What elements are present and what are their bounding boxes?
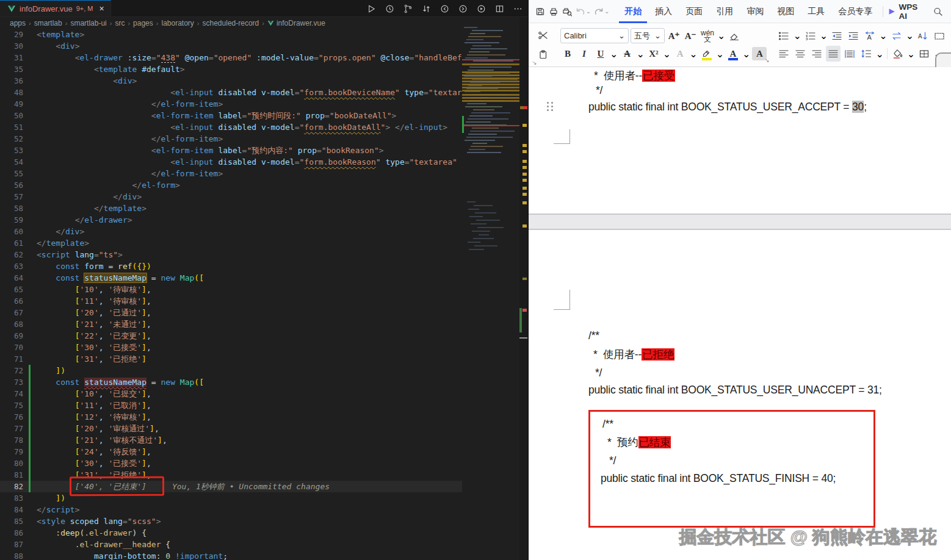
code-line[interactable]: 48 <el-input disabled v-model="form.book… (0, 87, 462, 98)
font-color-caret[interactable]: ⌄ (742, 48, 750, 60)
increase-indent-button[interactable] (846, 28, 861, 44)
code-line[interactable]: 56 </el-form> (0, 179, 462, 191)
print-preview-button[interactable] (560, 4, 574, 20)
pinyin-guide-button[interactable]: wén文 (700, 28, 715, 44)
minimap[interactable] (462, 24, 519, 560)
run-or-debug-icon[interactable] (476, 4, 486, 14)
highlight-caret[interactable]: ⌄ (716, 48, 724, 60)
text-effects-caret[interactable]: ⌄ (689, 48, 697, 60)
distribute-button[interactable] (842, 46, 857, 62)
code-line[interactable]: 87 .el-drawer__header { (0, 539, 462, 550)
ribbon-tab-审阅[interactable]: 审阅 (741, 0, 769, 23)
line-spacing-button[interactable] (859, 46, 873, 62)
code-line[interactable]: 70 ['30', '已接受'], (0, 342, 462, 353)
code-line[interactable]: 84</script> (0, 504, 462, 515)
document-page[interactable]: * 使用者--已接受 */ public static final int BO… (529, 67, 951, 560)
code-line[interactable]: 55 </el-form-item> (0, 168, 462, 179)
print-button[interactable] (547, 4, 560, 20)
code-line[interactable]: 58 </template> (0, 203, 462, 214)
underline-caret[interactable]: ⌄ (610, 48, 618, 60)
breadcrumb-item[interactable]: pages (133, 19, 153, 27)
decrease-indent-button[interactable] (830, 28, 844, 44)
code-line[interactable]: 71 ['31', '已拒绝'] (0, 353, 462, 365)
code-line[interactable]: 67 ['20', '已通过'], (0, 307, 462, 318)
code-line[interactable]: 78 ['21', '审核不通过'], (0, 434, 462, 446)
code-line[interactable]: 50 <el-form-item label="预约时间段:" prop="bo… (0, 110, 462, 121)
code-line[interactable]: 65 ['10', '待审核'], (0, 284, 462, 295)
code-line[interactable]: 53 <el-form-item label="预约内容:" prop="boo… (0, 145, 462, 156)
breadcrumb-item[interactable]: laboratory (161, 19, 193, 27)
git-graph-icon[interactable] (403, 4, 413, 14)
code-line[interactable]: 54 <el-input disabled v-model="form.book… (0, 156, 462, 168)
code-line[interactable]: 72 ]) (0, 365, 462, 376)
code-line[interactable]: 76 ['12', '待审核'], (0, 411, 462, 423)
code-line[interactable]: 57 </div> (0, 191, 462, 203)
code-line[interactable]: 52 </el-form-item> (0, 133, 462, 145)
save-button[interactable] (533, 4, 547, 20)
bold-button[interactable]: B (560, 46, 575, 62)
ribbon-tab-会员专享[interactable]: 会员专享 (833, 0, 878, 23)
text-direction-button[interactable] (889, 28, 904, 44)
text-effects-button[interactable]: A (673, 46, 687, 62)
code-line[interactable]: 36 <div> (0, 75, 462, 87)
previous-change-icon[interactable] (439, 4, 450, 14)
sort-button[interactable]: A (916, 28, 930, 44)
character-scale-caret[interactable]: ⌄ (879, 30, 887, 41)
decrease-font-button[interactable]: A⁻ (683, 28, 698, 44)
bullet-list-caret[interactable]: ⌄ (793, 30, 801, 41)
undo-dropdown-caret[interactable]: ⌄ (586, 8, 591, 15)
code-line[interactable]: 31 <el-drawer :size="438" @open="opened"… (0, 52, 462, 63)
code-line[interactable]: 79 ['24', '待反馈'], (0, 446, 462, 458)
code-line[interactable]: 35 <template #default> (0, 63, 462, 75)
font-color-button[interactable]: A (726, 46, 740, 62)
numbered-list-button[interactable] (803, 28, 818, 44)
code-line[interactable]: 63 const form = ref({}) (0, 260, 462, 272)
code-line[interactable]: 60 </div> (0, 226, 462, 237)
font-size-select[interactable]: 五号⌄ (631, 28, 665, 43)
line-spacing-caret[interactable]: ⌄ (875, 48, 883, 60)
breadcrumb-item[interactable]: scheduled-record (203, 19, 259, 27)
next-change-icon[interactable] (458, 4, 468, 14)
borders-button[interactable] (917, 46, 931, 62)
align-center-button[interactable] (793, 46, 808, 62)
align-left-button[interactable] (776, 46, 791, 62)
show-marks-button[interactable] (932, 28, 947, 44)
ribbon-tab-页面[interactable]: 页面 (680, 0, 708, 23)
shading-button[interactable] (891, 46, 905, 62)
increase-font-button[interactable]: A⁺ (667, 28, 681, 44)
breadcrumb-item[interactable]: smartlab (34, 19, 62, 27)
strikethrough-caret[interactable]: ⌄ (636, 48, 644, 60)
code-line[interactable]: 30 <div> (0, 40, 462, 52)
align-right-button[interactable] (809, 46, 824, 62)
redo-button[interactable] (592, 4, 606, 20)
code-line[interactable]: 86 :deep(.el-drawer) { (0, 527, 462, 539)
code-line[interactable]: 66 ['11', '待审核'], (0, 295, 462, 307)
code-line[interactable]: 64 const statusNameMap = new Map([ (0, 272, 462, 284)
underline-button[interactable]: U (593, 46, 608, 62)
ribbon-tab-插入[interactable]: 插入 (649, 0, 678, 23)
strikethrough-button[interactable]: A (620, 46, 634, 62)
breadcrumb-item[interactable]: smartlab-ui (70, 19, 106, 27)
pinyin-caret[interactable]: ⌄ (717, 30, 725, 41)
run-icon[interactable] (366, 4, 377, 14)
breadcrumb-item[interactable]: infoDrawer.vue (267, 19, 325, 27)
superscript-button[interactable]: X² (646, 46, 661, 62)
code-line[interactable]: 61</template> (0, 237, 462, 249)
tab-close-icon[interactable]: × (99, 4, 104, 13)
code-line[interactable]: 75 ['11', '已取消'], (0, 400, 462, 411)
clear-format-button[interactable] (727, 28, 742, 44)
code-line[interactable]: 51 <el-input disabled v-model="form.book… (0, 121, 462, 133)
undo-button[interactable] (574, 4, 587, 20)
code-line[interactable]: 74 ['10', '已提交'], (0, 388, 462, 400)
superscript-caret[interactable]: ⌄ (663, 48, 671, 60)
font-dialog-launcher[interactable]: ↘ (765, 57, 770, 63)
shading-caret[interactable]: ⌄ (907, 48, 915, 60)
timeline-icon[interactable] (385, 4, 395, 14)
code-line[interactable]: 85<style scoped lang="scss"> (0, 515, 462, 527)
ribbon-tab-工具[interactable]: 工具 (802, 0, 830, 23)
breadcrumb-item[interactable]: apps (10, 19, 26, 27)
tab-infodrawer-vue[interactable]: infoDrawer.vue 9+, M × (0, 0, 111, 16)
compare-changes-icon[interactable] (421, 4, 432, 14)
paste-button[interactable] (536, 46, 551, 62)
code-line[interactable]: 49 </el-form-item> (0, 98, 462, 110)
